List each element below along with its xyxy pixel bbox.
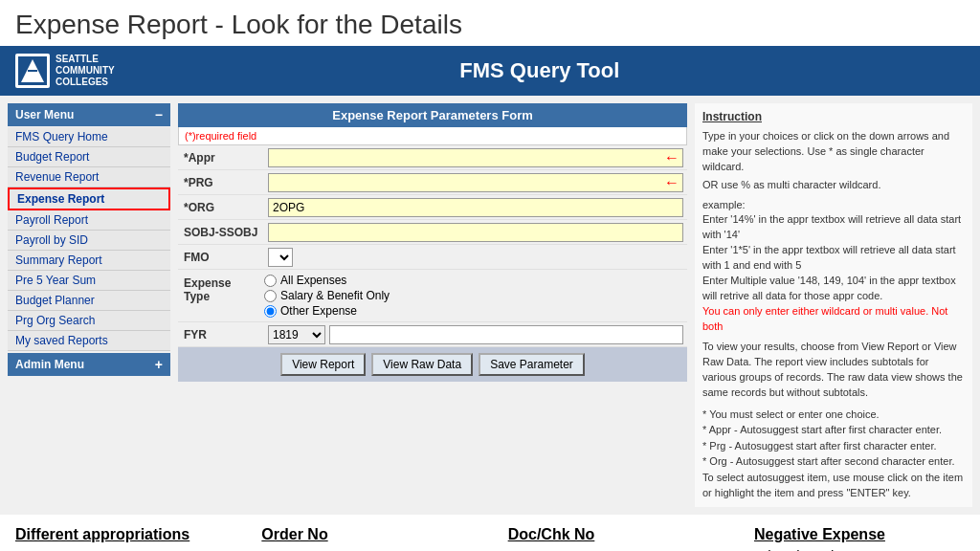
- header-bar: SEATTLE COMMUNITY COLLEGES FMS Query Too…: [0, 46, 980, 96]
- sobj-input[interactable]: [268, 223, 683, 242]
- sidebar-item-summary-report[interactable]: Summary Report: [8, 251, 170, 271]
- instructions-area: Instruction Type in your choices or clic…: [695, 103, 972, 507]
- bottom-col-1-title: Order No: [261, 526, 492, 543]
- appr-arrow-icon: ←: [664, 149, 679, 166]
- fyr-label: FYR: [178, 325, 264, 344]
- appr-input[interactable]: [268, 148, 683, 167]
- radio-other-expense[interactable]: Other Expense: [264, 304, 390, 318]
- instructions-para8: To view your results, choose from View R…: [702, 340, 965, 401]
- fmo-row: FMO: [178, 245, 687, 270]
- page-title: Expense Report - Look for the Details: [0, 0, 980, 46]
- expense-type-label: Expense Type: [178, 274, 264, 306]
- sidebar-item-pre-5-year-sum[interactable]: Pre 5 Year Sum: [8, 271, 170, 291]
- bottom-col-0-value: 101, 3E0, 846: [15, 547, 246, 551]
- bullet-3: * Org - Autosuggest start after second c…: [702, 453, 965, 470]
- instructions-para1: Type in your choices or click on the dow…: [702, 129, 965, 175]
- view-report-button[interactable]: View Report: [280, 353, 366, 376]
- instructions-para2: OR use % as multi character wildcard.: [702, 178, 965, 193]
- fyr-row: FYR 1819: [178, 322, 687, 347]
- save-parameter-button[interactable]: Save Parameter: [479, 353, 585, 376]
- bottom-col-0: Different appropriations 101, 3E0, 846: [15, 526, 261, 551]
- required-field-note: (*)required field: [178, 127, 687, 145]
- bottom-col-1: Order No 8462712OPG: [261, 526, 507, 551]
- expense-type-row: Expense Type All Expenses Salary & Benef…: [178, 270, 687, 322]
- instructions-para7: You can only enter either wildcard or mu…: [702, 304, 965, 334]
- radio-salary-benefit-input[interactable]: [264, 290, 277, 302]
- appr-input-area: ←: [264, 146, 687, 169]
- org-label: *ORG: [178, 198, 264, 217]
- form-title: Expense Report Parameters Form: [178, 103, 687, 127]
- buttons-row: View Report View Raw Data Save Parameter: [178, 347, 687, 382]
- radio-all-expenses[interactable]: All Expenses: [264, 274, 390, 287]
- instructions-para4: Enter '14%' in the appr textbox will ret…: [702, 212, 965, 243]
- bottom-col-0-title: Different appropriations: [15, 526, 246, 543]
- header-title: FMS Query Tool: [115, 58, 965, 83]
- prg-row: *PRG ←: [178, 170, 687, 195]
- bullet-4: To select autosuggest item, use mouse cl…: [702, 470, 965, 501]
- instructions-title: Instruction: [702, 109, 965, 125]
- bullet-1: * Appr - Autosuggest start after first c…: [702, 422, 965, 438]
- svg-rect-2: [28, 70, 37, 72]
- sidebar-item-expense-report[interactable]: Expense Report: [8, 187, 170, 210]
- org-row: *ORG: [178, 195, 687, 220]
- admin-menu-header: Admin Menu +: [8, 353, 170, 376]
- fmo-input-area: [264, 246, 687, 269]
- radio-salary-benefit[interactable]: Salary & Benefit Only: [264, 289, 390, 302]
- radio-all-expenses-input[interactable]: [264, 275, 277, 287]
- bottom-col-3-value: What does that mean?: [754, 547, 949, 551]
- bottom-col-3-title: Negative Expense: [754, 526, 949, 543]
- bullet-0: * You must select or enter one choice.: [702, 407, 965, 423]
- prg-label: *PRG: [178, 173, 264, 192]
- prg-input[interactable]: [268, 173, 683, 192]
- org-input-area: [264, 196, 687, 219]
- view-raw-data-button[interactable]: View Raw Data: [371, 353, 473, 376]
- sidebar-item-budget-report[interactable]: Budget Report: [8, 147, 170, 167]
- radio-other-expense-label: Other Expense: [280, 304, 357, 318]
- logo-icon: [15, 54, 50, 88]
- prg-arrow-icon: ←: [664, 174, 679, 191]
- sobj-row: SOBJ-SSOBJ: [178, 220, 687, 245]
- bottom-col-2-value: CBOSS194: [508, 547, 739, 551]
- sidebar-item-revenue-report[interactable]: Revenue Report: [8, 167, 170, 187]
- radio-all-expenses-label: All Expenses: [280, 274, 346, 287]
- instructions-para6: Enter Multiple value '148, 149, 104' in …: [702, 274, 965, 304]
- main-content: User Menu − FMS Query Home Budget Report…: [0, 96, 980, 515]
- admin-menu-expand-icon[interactable]: +: [155, 357, 163, 372]
- sobj-input-area: [264, 221, 687, 244]
- user-menu-header: User Menu −: [8, 103, 170, 126]
- radio-other-expense-input[interactable]: [264, 305, 277, 318]
- fyr-select[interactable]: 1819: [268, 325, 325, 344]
- radio-salary-benefit-label: Salary & Benefit Only: [280, 289, 390, 302]
- org-input[interactable]: [268, 198, 683, 217]
- logo-area: SEATTLE COMMUNITY COLLEGES: [15, 54, 115, 88]
- sidebar-item-prg-org-search[interactable]: Prg Org Search: [8, 311, 170, 331]
- sidebar-item-payroll-by-sid[interactable]: Payroll by SID: [8, 231, 170, 251]
- instructions-para5: Enter '1*5' in the appr textbox will ret…: [702, 243, 965, 274]
- fyr-input-area: 1819: [264, 323, 687, 346]
- logo-text: SEATTLE COMMUNITY COLLEGES: [56, 54, 115, 88]
- bottom-col-3: Negative Expense What does that mean?: [754, 526, 965, 551]
- user-menu-collapse-icon[interactable]: −: [155, 107, 163, 122]
- bottom-section: Different appropriations 101, 3E0, 846 O…: [0, 515, 980, 551]
- sidebar: User Menu − FMS Query Home Budget Report…: [8, 103, 170, 507]
- prg-input-area: ←: [264, 171, 687, 194]
- expense-report-form-area: Expense Report Parameters Form (*)requir…: [178, 103, 687, 507]
- expense-type-radio-group: All Expenses Salary & Benefit Only Other…: [264, 274, 390, 318]
- fyr-text-input[interactable]: [329, 325, 683, 344]
- sidebar-item-fms-query-home[interactable]: FMS Query Home: [8, 127, 170, 147]
- bullet-2: * Prg - Autosuggest start after first ch…: [702, 438, 965, 454]
- sidebar-item-budget-planner[interactable]: Budget Planner: [8, 291, 170, 311]
- bottom-col-2-title: Doc/Chk No: [508, 526, 739, 543]
- bottom-col-2: Doc/Chk No CBOSS194: [508, 526, 754, 551]
- fmo-select[interactable]: [268, 248, 293, 267]
- sidebar-item-payroll-report[interactable]: Payroll Report: [8, 210, 170, 231]
- fmo-label: FMO: [178, 248, 264, 267]
- instructions-bullets: * You must select or enter one choice. *…: [702, 407, 965, 501]
- bottom-col-1-value: 8462712OPG: [261, 547, 492, 551]
- sidebar-item-my-saved-reports[interactable]: My saved Reports: [8, 331, 170, 351]
- appr-label: *Appr: [178, 148, 264, 167]
- appr-row: *Appr ←: [178, 145, 687, 170]
- instructions-para3: example:: [702, 198, 965, 213]
- sobj-label: SOBJ-SSOBJ: [178, 223, 264, 242]
